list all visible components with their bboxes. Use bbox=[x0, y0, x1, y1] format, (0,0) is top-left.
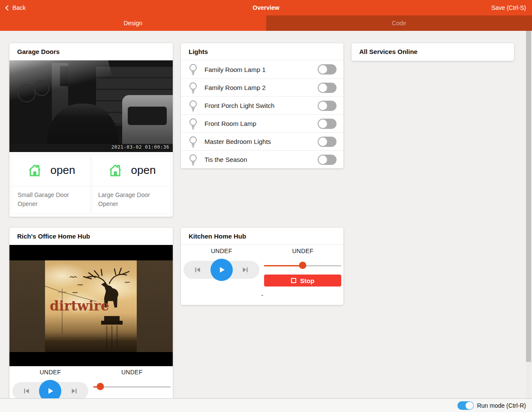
door-label: Small Garage Door Opener bbox=[12, 186, 90, 214]
light-row: Front Porch Light Switch bbox=[181, 96, 343, 114]
office-hub-title: Rich's Office Home Hub bbox=[9, 228, 173, 245]
tab-design[interactable]: Design bbox=[0, 15, 266, 31]
toggle-knob bbox=[319, 102, 327, 110]
slider-knob[interactable] bbox=[299, 262, 307, 269]
garage-door-state-small: open bbox=[12, 155, 90, 186]
light-toggle[interactable] bbox=[318, 119, 337, 129]
garage-door-state-large: open bbox=[92, 155, 171, 186]
back-label: Back bbox=[12, 4, 26, 11]
services-status-text: All Services Online bbox=[352, 43, 514, 60]
track-label: UNDEF bbox=[181, 248, 262, 254]
garage-door-buttons: open Small Garage Door Opener open Large… bbox=[9, 152, 173, 217]
kitchen-hub-title: Kitchen Home Hub bbox=[181, 228, 343, 245]
kitchen-hub-status: UNDEF UNDEF bbox=[181, 248, 343, 254]
next-icon bbox=[70, 386, 79, 396]
bulb-icon bbox=[188, 135, 198, 148]
previous-icon bbox=[21, 386, 31, 396]
light-toggle[interactable] bbox=[318, 83, 337, 93]
album-title-text: dirtwire bbox=[50, 298, 109, 313]
bike-wheel bbox=[18, 84, 36, 102]
next-track-button[interactable] bbox=[69, 386, 80, 396]
stop-label: Stop bbox=[300, 277, 314, 284]
home-icon bbox=[27, 162, 43, 179]
card-lights: Lights Family Room Lamp 1 bbox=[181, 43, 343, 168]
suv-windshield bbox=[128, 107, 167, 125]
card-office-hub: Rich's Office Home Hub bbox=[9, 228, 173, 398]
stop-button[interactable]: Stop bbox=[264, 275, 341, 287]
media-controls bbox=[183, 261, 259, 279]
play-icon bbox=[216, 265, 227, 275]
run-mode-label: Run mode (Ctrl-R) bbox=[477, 402, 526, 409]
bulb-icon bbox=[188, 63, 198, 76]
save-button[interactable]: Save (Ctrl-S) bbox=[485, 0, 532, 15]
kitchen-hub-footer-text: - bbox=[181, 292, 343, 299]
bulb-icon bbox=[188, 153, 198, 166]
volume-slider[interactable] bbox=[93, 383, 171, 391]
door-state-text: open bbox=[51, 164, 75, 177]
light-row: Family Room Lamp 2 bbox=[181, 78, 343, 96]
slider-knob[interactable] bbox=[96, 383, 104, 390]
card-all-services: All Services Online bbox=[352, 43, 514, 61]
next-track-button[interactable] bbox=[240, 265, 251, 275]
bike-wheel bbox=[34, 81, 49, 96]
office-hub-controls bbox=[9, 379, 173, 398]
artist-label: UNDEF bbox=[91, 369, 173, 376]
light-label: Front Porch Light Switch bbox=[204, 102, 318, 109]
app-header: Back Overview Save (Ctrl-S) bbox=[0, 0, 532, 15]
bulb-icon bbox=[188, 117, 198, 130]
light-label: Master Bedroom Lights bbox=[204, 138, 318, 145]
slider-track bbox=[93, 386, 171, 388]
artist-label: UNDEF bbox=[262, 248, 344, 254]
save-label: Save (Ctrl-S) bbox=[491, 4, 526, 11]
lights-card-title: Lights bbox=[181, 43, 343, 60]
play-icon bbox=[45, 386, 55, 396]
light-row: Front Room Lamp bbox=[181, 114, 343, 132]
light-toggle[interactable] bbox=[318, 155, 337, 165]
toggle-knob bbox=[319, 155, 327, 164]
garage-card-title: Garage Doors bbox=[9, 43, 173, 60]
tab-code[interactable]: Code bbox=[266, 15, 532, 31]
light-row: Tis the Season bbox=[181, 150, 343, 168]
design-canvas: Garage Doors 2021-03-02 01:00:36 bbox=[0, 31, 532, 398]
card-kitchen-hub: Kitchen Home Hub UNDEF UNDEF bbox=[181, 228, 343, 305]
play-button[interactable] bbox=[39, 380, 61, 398]
light-row: Master Bedroom Lights bbox=[181, 132, 343, 150]
stop-icon bbox=[291, 278, 296, 283]
camera-timestamp: 2021-03-02 01:00:36 bbox=[111, 144, 169, 150]
track-label: UNDEF bbox=[9, 369, 91, 376]
next-icon bbox=[241, 265, 250, 275]
card-garage-doors: Garage Doors 2021-03-02 01:00:36 bbox=[9, 43, 173, 217]
garage-door-button-small[interactable]: open Small Garage Door Opener bbox=[11, 154, 90, 214]
garage-door-button-large[interactable]: open Large Garage Door Opener bbox=[92, 154, 171, 214]
light-label: Family Room Lamp 2 bbox=[204, 84, 318, 91]
previous-track-button[interactable] bbox=[21, 386, 31, 396]
door-state-text: open bbox=[131, 164, 156, 177]
light-row: Family Room Lamp 1 bbox=[181, 60, 343, 78]
light-label: Tis the Season bbox=[204, 156, 318, 163]
door-label: Large Garage Door Opener bbox=[92, 186, 171, 214]
album-art: dirtwire bbox=[9, 245, 173, 366]
play-button[interactable] bbox=[210, 259, 233, 281]
back-button[interactable]: Back bbox=[0, 0, 32, 15]
light-label: Family Room Lamp 1 bbox=[204, 66, 318, 73]
office-hub-status: UNDEF UNDEF bbox=[9, 369, 173, 376]
light-toggle[interactable] bbox=[318, 64, 337, 75]
previous-icon bbox=[192, 265, 202, 275]
tab-bar: Design Code bbox=[0, 15, 532, 31]
light-toggle[interactable] bbox=[318, 101, 337, 111]
album-cover: dirtwire bbox=[45, 260, 137, 352]
kitchen-hub-controls: Stop bbox=[181, 258, 343, 287]
toggle-knob bbox=[319, 84, 327, 92]
previous-track-button[interactable] bbox=[192, 265, 202, 275]
page-title: Overview bbox=[0, 4, 532, 11]
run-mode-toggle[interactable] bbox=[457, 401, 474, 410]
light-label: Front Room Lamp bbox=[204, 120, 318, 127]
scrollbar-thumb[interactable] bbox=[526, 31, 531, 362]
toggle-knob bbox=[319, 119, 327, 128]
vertical-scrollbar bbox=[526, 31, 531, 398]
light-toggle[interactable] bbox=[318, 137, 337, 147]
bulb-icon bbox=[188, 81, 198, 94]
chevron-left-icon bbox=[5, 5, 11, 11]
volume-slider[interactable] bbox=[264, 262, 341, 269]
garage-camera-feed: 2021-03-02 01:00:36 bbox=[9, 60, 173, 152]
